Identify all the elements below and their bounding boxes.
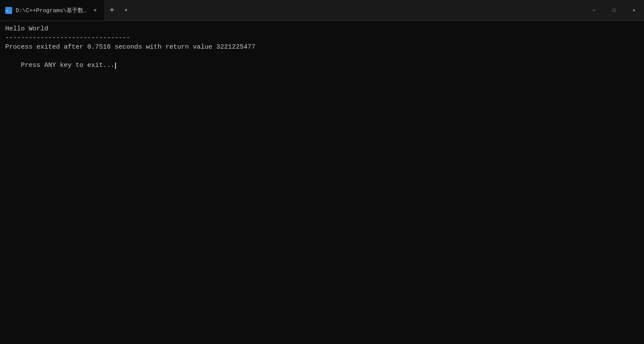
new-tab-button[interactable]: + — [104, 0, 120, 20]
terminal-line-5: Press ANY key to exit... — [5, 52, 639, 79]
tab-close-button[interactable]: ✕ — [91, 7, 99, 14]
tab-area: >_ D:\C++Programs\基于数组越! ✕ + ▾ — [0, 0, 584, 20]
terminal-icon: >_ — [5, 7, 12, 14]
minimize-button[interactable]: ─ — [584, 0, 604, 20]
maximize-button[interactable]: □ — [604, 0, 624, 20]
close-button[interactable]: ✕ — [624, 0, 644, 20]
terminal-line-2: -------------------------------- — [5, 33, 639, 43]
terminal-line-3: Process exited after 0.7516 seconds with… — [5, 43, 639, 52]
tab-title: D:\C++Programs\基于数组越! — [16, 7, 88, 14]
terminal-line-1: Hello World — [5, 24, 639, 33]
terminal-body: Hello World ----------------------------… — [0, 21, 644, 344]
tab-dropdown-button[interactable]: ▾ — [120, 0, 132, 20]
cursor — [115, 63, 116, 69]
title-bar: >_ D:\C++Programs\基于数组越! ✕ + ▾ ─ □ ✕ — [0, 0, 644, 21]
window-controls: ─ □ ✕ — [584, 0, 644, 20]
active-tab[interactable]: >_ D:\C++Programs\基于数组越! ✕ — [0, 0, 104, 20]
svg-text:>_: >_ — [6, 9, 11, 13]
